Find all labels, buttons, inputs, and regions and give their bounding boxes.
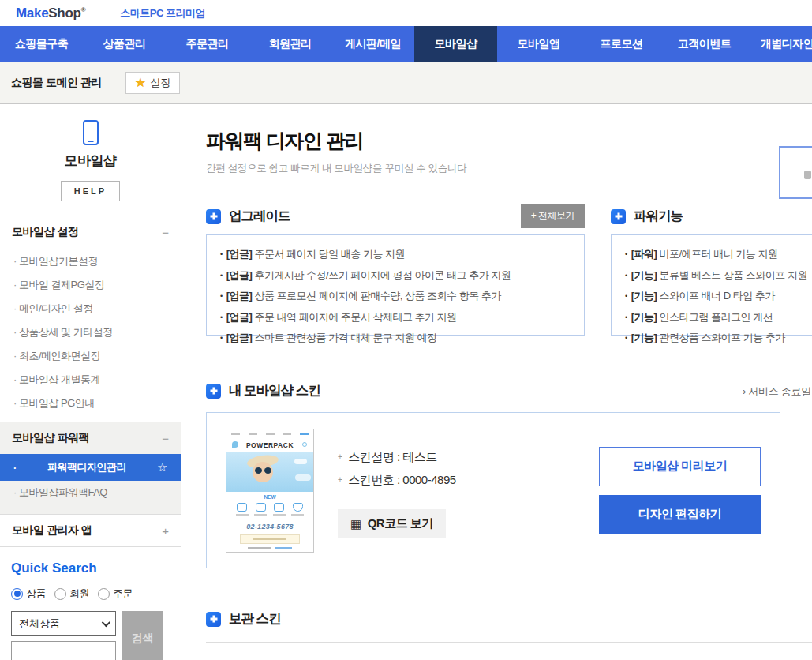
- radio-selected-icon[interactable]: [11, 588, 23, 600]
- mobile-phone-icon: [83, 120, 99, 145]
- sidebar-title: 모바일샵: [0, 152, 181, 170]
- stored-skin-divider: [206, 642, 812, 643]
- skin-info: 스킨설명 : 테스트 스킨번호 : 0000-4895 ▦ QR코드 보기: [338, 442, 456, 538]
- nav-item-custom-design[interactable]: 개별디자인: [746, 26, 812, 62]
- sidebar-powerpack-block: 모바일샵 파워팩 − 파워팩디자인관리 모바일샵파워팩FAQ: [0, 422, 181, 514]
- phone-logo-text: POWERPACK: [246, 441, 294, 449]
- quick-search-title: Quick Search: [11, 561, 170, 576]
- upgrade-section: 업그레이드 + 전체보기 [업글] 주문서 페이지 당일 배송 기능 지원 [업…: [206, 205, 585, 336]
- power-item: [기능] 스와이프 배너 D 타입 추가: [625, 286, 812, 307]
- mobileshop-preview-button[interactable]: 모바일샵 미리보기: [599, 447, 761, 486]
- nav-item-board-mail[interactable]: 게시판/메일: [331, 26, 414, 62]
- stored-skin-section: 보관 스킨: [206, 608, 812, 643]
- phone-cta-button: [240, 534, 300, 544]
- radio-member[interactable]: 회원: [54, 587, 89, 601]
- nav-item-customer-event[interactable]: 고객이벤트: [663, 26, 746, 62]
- skin-description: 스킨설명 : 테스트: [338, 450, 456, 465]
- radio-icon[interactable]: [98, 588, 110, 600]
- my-skin-heading: 내 모바일샵 스킨: [229, 382, 320, 399]
- skin-card: POWERPACK NEW 02-1234: [206, 412, 780, 568]
- upgrade-item: [업글] 주문서 페이지 당일 배송 기능 지원: [220, 244, 571, 265]
- plus-square-icon: [611, 209, 626, 224]
- makeshop-logo[interactable]: MakeShop®: [16, 6, 85, 21]
- sidebar-item-stats[interactable]: 모바일샵 개별통계: [0, 368, 181, 392]
- logo-make: Make: [16, 6, 48, 21]
- sidebar-item-pg-guide[interactable]: 모바일샵 PG안내: [0, 392, 181, 415]
- phone-tel-number: 02-1234-5678: [226, 523, 313, 533]
- favorite-settings-button[interactable]: ★ 설정: [125, 72, 180, 94]
- nav-item-product[interactable]: 상품관리: [83, 26, 166, 62]
- nav-item-member[interactable]: 회원관리: [249, 26, 331, 62]
- qr-code-icon: ▦: [350, 518, 361, 530]
- sub-header: 쇼핑몰 도메인 관리 ★ 설정: [0, 62, 812, 104]
- nav-item-shop-build[interactable]: 쇼핑몰구축: [0, 26, 83, 62]
- phone-new-label: NEW: [226, 492, 313, 502]
- upgrade-item: [업글] 주문 내역 페이지에 주문서 삭제태그 추가 지원: [220, 307, 571, 328]
- search-icon: [302, 442, 307, 447]
- sidebar-section-manager-app[interactable]: 모바일 관리자 앱 +: [0, 514, 181, 547]
- upgrade-item: [업글] 상품 프로모션 페이지에 판매수량, 상품 조회수 항목 추가: [220, 286, 571, 307]
- main-nav: 쇼핑몰구축 상품관리 주문관리 회원관리 게시판/메일 모바일샵 모바일앱 프로…: [0, 26, 812, 62]
- sidebar-item-first-main-screen[interactable]: 최초/메인화면설정: [0, 344, 181, 368]
- search-category-select[interactable]: 전체상품: [11, 611, 116, 636]
- favorite-star-icon[interactable]: [157, 460, 167, 474]
- my-skin-section: 내 모바일샵 스킨 › 서비스 종료일 : 20 POWERPACK: [206, 380, 812, 568]
- upgrade-list-box: [업글] 주문서 페이지 당일 배송 기능 지원 [업글] 후기게시판 수정/쓰…: [206, 234, 585, 336]
- quick-search-radios: 상품 회원 주문: [11, 587, 170, 601]
- sidebar-header: 모바일샵 HELP: [0, 104, 181, 216]
- makeshop-admin-page: MakeShop® 스마트PC 프리미엄 쇼핑몰구축 상품관리 주문관리 회원관…: [0, 0, 812, 660]
- search-input[interactable]: [11, 641, 116, 660]
- clipped-icon: [804, 171, 811, 179]
- main-content: 파워팩 디자인 관리 간편 설정으로 쉽고 빠르게 내 모바일샵을 꾸미실 수 …: [181, 104, 812, 660]
- power-item: [기능] 분류별 베스트 상품 스와이프 지원: [625, 265, 812, 287]
- chevron-down-icon: [102, 617, 110, 626]
- sidebar-section-mobileshop-settings[interactable]: 모바일샵 설정 −: [0, 216, 181, 248]
- domain-manage-label: 쇼핑몰 도메인 관리: [11, 76, 102, 90]
- nav-item-promotion[interactable]: 프로모션: [580, 26, 663, 62]
- star-icon: ★: [135, 77, 146, 89]
- radio-order[interactable]: 주문: [98, 587, 133, 601]
- skin-number: 스킨번호 : 0000-4895: [338, 473, 456, 488]
- sidebar-item-payment-pg[interactable]: 모바일 결제PG설정: [0, 273, 181, 297]
- design-edit-button[interactable]: 디자인 편집하기: [599, 495, 761, 534]
- registered-mark: ®: [81, 6, 86, 13]
- phone-hero-banner: [226, 452, 313, 492]
- collapse-icon[interactable]: −: [162, 226, 169, 239]
- nav-item-order[interactable]: 주문관리: [166, 26, 249, 62]
- qr-code-button[interactable]: ▦ QR코드 보기: [338, 509, 446, 538]
- view-all-button[interactable]: + 전체보기: [521, 204, 585, 228]
- sidebar-item-basic-setting[interactable]: 모바일샵기본설정: [0, 249, 181, 273]
- expand-icon[interactable]: +: [162, 524, 169, 538]
- power-item: [기능] 인스타그램 플러그인 개선: [625, 307, 812, 328]
- upgrade-item: [업글] 스마트 관련상품 가격 대체 문구 지원 예정: [220, 328, 571, 349]
- quick-search-panel: Quick Search 상품 회원 주문: [0, 547, 181, 660]
- brand-bar: MakeShop® 스마트PC 프리미엄: [0, 0, 812, 26]
- sidebar-item-powerpack-faq[interactable]: 모바일샵파워팩FAQ: [0, 481, 181, 504]
- radio-icon[interactable]: [54, 588, 66, 600]
- page-subtitle: 간편 설정으로 쉽고 빠르게 내 모바일샵을 꾸미실 수 있습니다: [206, 162, 812, 175]
- page-title: 파워팩 디자인 관리: [206, 128, 812, 154]
- skin-preview-thumbnail: POWERPACK NEW 02-1234: [226, 429, 314, 553]
- plus-square-icon: [206, 384, 221, 399]
- power-heading: 파워기능: [634, 208, 683, 225]
- radio-product[interactable]: 상품: [11, 587, 46, 601]
- nav-item-mobileapp[interactable]: 모바일앱: [497, 26, 580, 62]
- sidebar: 모바일샵 HELP 모바일샵 설정 − 모바일샵기본설정 모바일 결제PG설정 …: [0, 104, 181, 660]
- sidebar-section-powerpack[interactable]: 모바일샵 파워팩 −: [0, 422, 181, 454]
- clipped-side-button[interactable]: [779, 146, 812, 199]
- power-feature-section: 파워기능 [파워] 비포/에프터 배너 기능 지원 [기능] 분류별 베스트 상…: [611, 205, 812, 336]
- phone-top-menu: [226, 429, 313, 439]
- sidebar-item-product-detail[interactable]: 상품상세 및 기타설정: [0, 321, 181, 344]
- search-button[interactable]: 검색: [122, 611, 163, 660]
- help-button[interactable]: HELP: [61, 181, 120, 201]
- phone-logo-row: POWERPACK: [226, 439, 313, 452]
- logo-shop: Shop: [48, 6, 80, 21]
- upgrade-heading: 업그레이드: [229, 208, 290, 225]
- sidebar-item-main-design[interactable]: 메인/디자인 설정: [0, 297, 181, 321]
- sidebar-item-powerpack-design[interactable]: 파워팩디자인관리: [0, 454, 181, 481]
- service-end-date: › 서비스 종료일 : 20: [743, 384, 812, 399]
- nav-item-mobileshop[interactable]: 모바일샵: [414, 26, 497, 62]
- menu-icon: [232, 441, 238, 448]
- upgrade-item: [업글] 후기게시판 수정/쓰기 페이지에 평점 아이콘 태그 추가 지원: [220, 265, 571, 287]
- collapse-icon[interactable]: −: [162, 432, 169, 445]
